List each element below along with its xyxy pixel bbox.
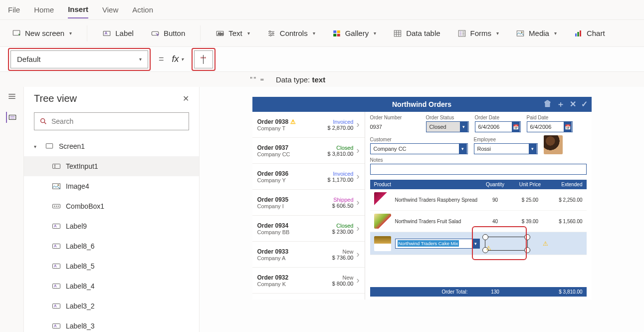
canvas[interactable]: Northwind Orders 🗑 ＋ ✕ ✓ Order 0938 ⚠Com…	[200, 87, 644, 332]
hamburger-icon[interactable]	[6, 91, 17, 102]
tree-node-label8_3[interactable]: Label8_3	[24, 316, 199, 332]
employee-avatar	[544, 135, 563, 154]
text-button[interactable]: Abc Text▾	[212, 26, 254, 41]
svg-rect-20	[46, 144, 52, 148]
warning-icon: ⚠	[543, 240, 548, 247]
gallery-button[interactable]: Gallery▾	[328, 26, 381, 41]
tree-search-input[interactable]	[51, 117, 184, 125]
forms-button[interactable]: Forms▾	[453, 26, 503, 41]
tree-node-textinput1[interactable]: TextInput1	[24, 156, 199, 176]
svg-rect-10	[333, 33, 336, 36]
svg-point-27	[58, 206, 59, 207]
svg-rect-17	[577, 32, 579, 36]
tree-search-box[interactable]	[34, 112, 189, 130]
formula-input[interactable]: ""	[194, 50, 213, 68]
order-item[interactable]: Order 0933Company ANew$ 736.00›	[252, 242, 365, 268]
svg-rect-21	[53, 164, 60, 169]
order-number-value: 0937	[370, 121, 420, 132]
menu-action[interactable]: Action	[132, 1, 153, 18]
svg-rect-0	[13, 30, 20, 35]
media-icon	[516, 29, 525, 38]
tree-node-label8_6[interactable]: Label8_6	[24, 236, 199, 256]
order-item[interactable]: Order 0937Company CCClosed$ 3,810.00›	[252, 138, 365, 164]
save-icon[interactable]: ✓	[581, 99, 588, 110]
controls-button[interactable]: Controls▾	[263, 26, 319, 41]
chevron-right-icon: ›	[357, 145, 360, 156]
table-icon	[393, 29, 402, 38]
data-table-button[interactable]: Data table	[389, 26, 444, 41]
property-selector-highlight: Default▾	[8, 48, 151, 71]
gallery-icon	[332, 29, 341, 38]
menu-insert[interactable]: Insert	[68, 1, 88, 18]
tree-view-panel: Tree view ✕ ▾ Screen1 TextInput1Image4Co…	[24, 87, 200, 332]
menu-home[interactable]: Home	[34, 1, 54, 18]
order-item[interactable]: Order 0932Company KNew$ 800.00›	[252, 268, 365, 294]
node-type-icon	[52, 203, 61, 210]
product-image	[374, 192, 391, 207]
new-screen-button[interactable]: New screen▾	[8, 26, 76, 41]
app-preview: Northwind Orders 🗑 ＋ ✕ ✓ Order 0938 ⚠Com…	[252, 97, 592, 300]
order-item[interactable]: Order 0936Company YInvoiced$ 1,170.00›	[252, 164, 365, 190]
tree-node-label9[interactable]: Label9	[24, 216, 199, 236]
menu-view[interactable]: View	[102, 1, 118, 18]
app-titlebar: Northwind Orders 🗑 ＋ ✕ ✓	[252, 97, 592, 112]
tree-close-button[interactable]: ✕	[183, 94, 189, 103]
chevron-right-icon: ›	[357, 249, 360, 260]
cancel-icon[interactable]: ✕	[570, 99, 576, 110]
tree-node-label3_2[interactable]: Label3_2	[24, 296, 199, 316]
svg-rect-18	[580, 30, 581, 36]
formula-result-bar: "" = Data type: text	[0, 72, 644, 87]
orders-gallery[interactable]: Order 0938 ⚠Company TInvoiced$ 2,870.00›…	[252, 112, 365, 300]
svg-point-25	[54, 206, 55, 207]
order-item[interactable]: Order 0938 ⚠Company TInvoiced$ 2,870.00›	[252, 112, 365, 138]
button-button[interactable]: Button	[147, 26, 189, 41]
menubar: File Home Insert View Action	[0, 0, 644, 20]
svg-point-15	[521, 31, 522, 32]
property-selector[interactable]: Default▾	[10, 50, 148, 68]
paid-date-picker[interactable]: 6/4/2006📅	[527, 121, 573, 132]
left-rail	[0, 87, 24, 332]
svg-rect-8	[333, 30, 336, 33]
svg-rect-28	[53, 224, 60, 229]
tree-view-rail-icon[interactable]	[6, 112, 17, 123]
svg-rect-31	[53, 284, 60, 289]
node-type-icon	[52, 303, 61, 310]
product-row[interactable]: Northwind Traders Raspberry Spread90$ 25…	[370, 189, 587, 211]
button-icon	[151, 29, 160, 38]
product-combobox[interactable]: Northwind Traders Cake Mix▾	[395, 239, 480, 249]
svg-point-7	[270, 34, 271, 36]
product-row[interactable]: Northwind Traders Fruit Salad40$ 39.00$ …	[370, 211, 587, 232]
order-item[interactable]: Order 0934Company BBClosed$ 230.00›	[252, 216, 365, 242]
tree-node-screen1[interactable]: ▾ Screen1	[24, 136, 199, 156]
controls-icon	[267, 29, 276, 38]
menu-file[interactable]: File	[8, 1, 20, 18]
tree-node-label8_4[interactable]: Label8_4	[24, 276, 199, 296]
media-button[interactable]: Media▾	[512, 26, 561, 41]
tree-node-image4[interactable]: Image4	[24, 176, 199, 196]
order-total-row: Order Total:130$ 3,810.00	[370, 287, 587, 297]
notes-input[interactable]	[370, 164, 587, 175]
tree-node-label8_5[interactable]: Label8_5	[24, 256, 199, 276]
delete-icon[interactable]: 🗑	[544, 99, 552, 110]
formula-extent[interactable]	[220, 50, 636, 68]
tree-node-combobox1[interactable]: ComboBox1	[24, 196, 199, 216]
svg-rect-32	[53, 304, 60, 309]
svg-rect-33	[53, 324, 60, 329]
order-item[interactable]: Order 0935Company IShipped$ 606.50›	[252, 190, 365, 216]
chevron-right-icon: ›	[357, 197, 360, 208]
add-icon[interactable]: ＋	[557, 99, 565, 110]
employee-dropdown[interactable]: Rossi▾	[474, 143, 538, 154]
customer-dropdown[interactable]: Company CC▾	[370, 143, 468, 154]
order-detail: Order Number0937 Order StatusClosed▾ Ord…	[365, 112, 592, 300]
svg-rect-29	[53, 244, 60, 249]
tree-view-title: Tree view	[34, 93, 77, 104]
fx-button[interactable]: fx▾	[172, 54, 184, 64]
order-date-picker[interactable]: 6/4/2006📅	[475, 121, 521, 132]
label-button[interactable]: Label	[98, 26, 138, 41]
svg-rect-11	[337, 33, 340, 36]
order-status-dropdown[interactable]: Closed▾	[426, 121, 469, 132]
warning-icon: ⚠	[486, 245, 491, 252]
formula-bar: Default▾ = fx▾ ""	[0, 47, 644, 72]
svg-rect-16	[575, 33, 577, 36]
chart-button[interactable]: Chart	[570, 26, 609, 41]
